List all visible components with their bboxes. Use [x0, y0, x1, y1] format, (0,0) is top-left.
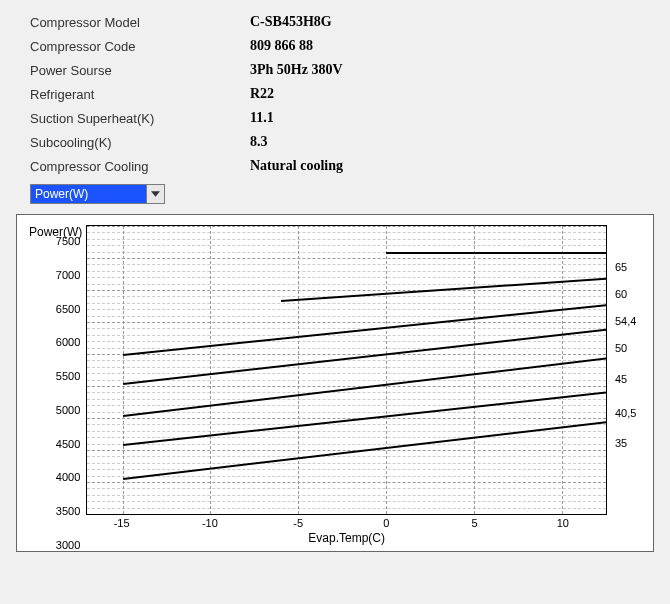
x-tick: 0 — [383, 517, 389, 529]
legend-item: 40,5 — [615, 407, 636, 419]
spec-table: Compressor ModelC-SB453H8GCompressor Cod… — [30, 10, 660, 178]
legend-item: 65 — [615, 261, 627, 273]
spec-label: Compressor Model — [30, 15, 250, 30]
spec-row: Compressor CoolingNatural cooling — [30, 154, 660, 178]
x-axis-label: Evap.Temp(C) — [86, 531, 607, 545]
chart-frame: Power(W) 7500700065006000550050004500400… — [16, 214, 654, 552]
spec-row: RefrigerantR22 — [30, 82, 660, 106]
spec-label: Subcooling(K) — [30, 135, 250, 150]
x-tick: -15 — [114, 517, 130, 529]
legend-item: 54,4 — [615, 315, 636, 327]
x-ticks: -15-10-50510 — [86, 515, 607, 531]
plot-area — [86, 225, 607, 515]
spec-value: 3Ph 50Hz 380V — [250, 62, 343, 78]
y-tick: 5000 — [56, 404, 80, 416]
y-tick: 5500 — [56, 370, 80, 382]
chevron-down-icon — [151, 191, 160, 197]
legend-item: 50 — [615, 342, 627, 354]
x-tick: -10 — [202, 517, 218, 529]
y-tick: 3000 — [56, 539, 80, 551]
x-tick: 10 — [557, 517, 569, 529]
series-line — [386, 252, 606, 254]
spec-row: Compressor Code809 866 88 — [30, 34, 660, 58]
spec-label: Compressor Cooling — [30, 159, 250, 174]
y-tick: 4000 — [56, 471, 80, 483]
spec-label: Suction Superheat(K) — [30, 111, 250, 126]
y-tick: 7500 — [56, 235, 80, 247]
y-tick: 7000 — [56, 269, 80, 281]
spec-value: 8.3 — [250, 134, 268, 150]
spec-value: 809 866 88 — [250, 38, 313, 54]
legend-item: 35 — [615, 437, 627, 449]
spec-value: R22 — [250, 86, 274, 102]
spec-value: C-SB453H8G — [250, 14, 332, 30]
legend-item: 45 — [615, 373, 627, 385]
x-tick: -5 — [293, 517, 303, 529]
spec-label: Refrigerant — [30, 87, 250, 102]
dropdown-button[interactable] — [146, 185, 164, 203]
y-tick: 6000 — [56, 336, 80, 348]
dropdown-value: Power(W) — [31, 185, 146, 203]
spec-value: 11.1 — [250, 110, 274, 126]
metric-dropdown[interactable]: Power(W) — [30, 184, 165, 204]
y-tick: 6500 — [56, 303, 80, 315]
y-tick: 4500 — [56, 438, 80, 450]
spec-row: Suction Superheat(K)11.1 — [30, 106, 660, 130]
y-ticks: 7500700065006000550050004500400035003000 — [42, 241, 82, 545]
spec-row: Subcooling(K)8.3 — [30, 130, 660, 154]
spec-row: Compressor ModelC-SB453H8G — [30, 10, 660, 34]
x-tick: 5 — [472, 517, 478, 529]
spec-row: Power Sourse3Ph 50Hz 380V — [30, 58, 660, 82]
series-line — [123, 328, 607, 384]
spec-label: Compressor Code — [30, 39, 250, 54]
legend: 656054,4504540,535 — [611, 240, 647, 545]
legend-item: 60 — [615, 288, 627, 300]
y-tick: 3500 — [56, 505, 80, 517]
spec-label: Power Sourse — [30, 63, 250, 78]
spec-value: Natural cooling — [250, 158, 343, 174]
